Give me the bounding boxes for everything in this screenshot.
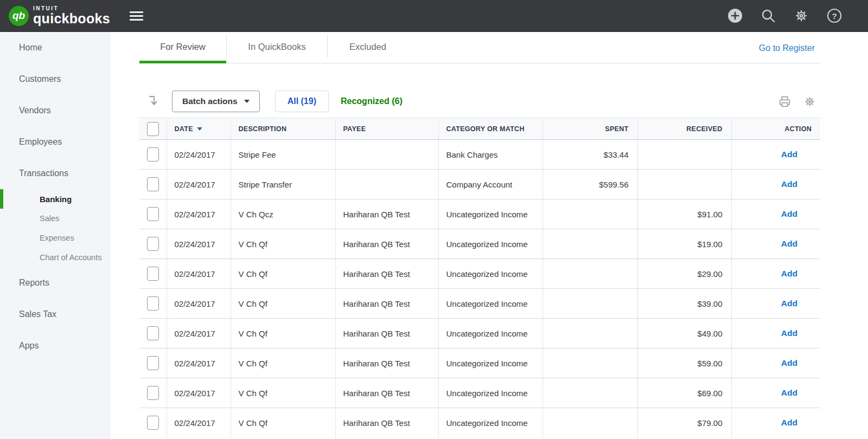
cell-category: Bank Charges bbox=[438, 140, 542, 170]
transactions-table: DATEDESCRIPTIONPAYEECATEGORY OR MATCHSPE… bbox=[139, 118, 820, 438]
row-checkbox[interactable] bbox=[147, 177, 159, 191]
cell-checkbox bbox=[139, 378, 167, 408]
column-label-date: DATE bbox=[175, 125, 193, 133]
transaction-row[interactable]: 02/24/2017Stripe TransferCompany Account… bbox=[139, 170, 820, 199]
sidebar-item-transactions[interactable]: Transactions bbox=[0, 158, 110, 189]
transaction-row[interactable]: 02/24/2017Stripe FeeBank Charges$33.44Ad… bbox=[139, 140, 820, 170]
quickbooks-logo[interactable]: qb INTUIT quickbooks bbox=[9, 6, 110, 26]
sidebar-item-reports[interactable]: Reports bbox=[0, 267, 110, 299]
cell-date: 02/24/2017 bbox=[167, 199, 231, 229]
sidebar-item-expenses[interactable]: Expenses bbox=[0, 228, 110, 248]
print-icon[interactable] bbox=[778, 95, 792, 108]
filter-recognized-button[interactable]: Recognized (6) bbox=[341, 96, 403, 106]
cell-received: $49.00 bbox=[637, 319, 731, 348]
sidebar-item-banking[interactable]: Banking bbox=[0, 189, 110, 209]
cell-checkbox bbox=[139, 259, 167, 289]
cell-received: $29.00 bbox=[637, 259, 731, 289]
transaction-row[interactable]: 02/24/2017V Ch QfHariharan QB TestUncate… bbox=[139, 408, 820, 438]
cell-payee: Hariharan QB Test bbox=[335, 229, 438, 259]
cell-received: $39.00 bbox=[637, 289, 731, 319]
add-button[interactable]: Add bbox=[781, 358, 797, 367]
add-button[interactable]: Add bbox=[781, 239, 797, 248]
sidebar-item-home[interactable]: Home bbox=[0, 32, 110, 63]
plus-icon[interactable] bbox=[727, 8, 743, 23]
transaction-row[interactable]: 02/24/2017V Ch QczHariharan QB TestUncat… bbox=[139, 199, 820, 229]
cell-action: Add bbox=[731, 140, 820, 170]
cell-received bbox=[637, 140, 731, 170]
sidebar-item-sales[interactable]: Sales bbox=[0, 209, 110, 228]
cell-received: $19.00 bbox=[637, 229, 731, 259]
column-header-description[interactable]: DESCRIPTION bbox=[231, 118, 335, 140]
column-header-payee[interactable]: PAYEE bbox=[335, 118, 438, 140]
add-button[interactable]: Add bbox=[781, 150, 797, 159]
cell-payee: Hariharan QB Test bbox=[335, 408, 438, 438]
cell-description: V Ch Qf bbox=[231, 229, 335, 259]
cell-description: V Ch Qf bbox=[231, 319, 335, 348]
sort-descending-icon[interactable] bbox=[197, 127, 202, 131]
transaction-row[interactable]: 02/24/2017V Ch QfHariharan QB TestUncate… bbox=[139, 229, 820, 259]
active-tab-indicator bbox=[139, 61, 226, 63]
column-header-received[interactable]: RECEIVED bbox=[637, 118, 731, 140]
filter-all-button[interactable]: All (19) bbox=[275, 91, 329, 112]
batch-actions-button[interactable]: Batch actions bbox=[172, 91, 260, 112]
row-checkbox[interactable] bbox=[147, 386, 159, 400]
add-button[interactable]: Add bbox=[781, 269, 797, 278]
cell-checkbox bbox=[139, 319, 167, 348]
cell-payee: Hariharan QB Test bbox=[335, 319, 438, 348]
cell-checkbox bbox=[139, 140, 167, 170]
sidebar-item-employees[interactable]: Employees bbox=[0, 126, 110, 158]
row-checkbox[interactable] bbox=[147, 207, 159, 221]
help-icon[interactable]: ? bbox=[827, 8, 842, 23]
row-checkbox[interactable] bbox=[147, 267, 159, 281]
cell-spent bbox=[542, 289, 637, 319]
sidebar: HomeCustomersVendorsEmployeesTransaction… bbox=[0, 32, 110, 439]
gear-icon[interactable] bbox=[794, 8, 809, 23]
hamburger-icon[interactable] bbox=[127, 7, 145, 25]
sidebar-item-chart-of-accounts[interactable]: Chart of Accounts bbox=[0, 248, 110, 267]
row-checkbox[interactable] bbox=[147, 237, 159, 251]
cell-spent bbox=[542, 408, 637, 438]
table-settings-icon[interactable] bbox=[803, 95, 816, 108]
row-checkbox[interactable] bbox=[147, 147, 159, 162]
transaction-row[interactable]: 02/24/2017V Ch QfHariharan QB TestUncate… bbox=[139, 259, 820, 289]
tab-for-review[interactable]: For Review bbox=[139, 36, 226, 57]
add-button[interactable]: Add bbox=[781, 328, 797, 338]
sidebar-item-sales-tax[interactable]: Sales Tax bbox=[0, 299, 110, 330]
row-checkbox[interactable] bbox=[147, 416, 159, 430]
cell-description: V Ch Qf bbox=[231, 348, 335, 378]
sidebar-item-customers[interactable]: Customers bbox=[0, 63, 110, 95]
column-header-action[interactable]: ACTION bbox=[731, 118, 820, 140]
tab-in-quickbooks[interactable]: In QuickBooks bbox=[226, 36, 327, 57]
sidebar-item-apps[interactable]: Apps bbox=[0, 330, 110, 361]
column-header-date[interactable]: DATE bbox=[167, 118, 231, 140]
cell-received: $79.00 bbox=[637, 408, 731, 438]
add-button[interactable]: Add bbox=[781, 418, 797, 427]
transaction-row[interactable]: 02/24/2017V Ch QfHariharan QB TestUncate… bbox=[139, 289, 820, 319]
cell-description: Stripe Fee bbox=[231, 140, 335, 170]
row-checkbox[interactable] bbox=[147, 356, 159, 370]
cell-date: 02/24/2017 bbox=[167, 140, 231, 170]
add-button[interactable]: Add bbox=[781, 299, 797, 308]
add-button[interactable]: Add bbox=[781, 209, 797, 218]
select-all-checkbox[interactable] bbox=[147, 122, 159, 136]
transaction-row[interactable]: 02/24/2017V Ch QfHariharan QB TestUncate… bbox=[139, 378, 820, 408]
cell-payee bbox=[335, 140, 438, 170]
cell-date: 02/24/2017 bbox=[167, 289, 231, 319]
add-button[interactable]: Add bbox=[781, 179, 797, 189]
column-header-category[interactable]: CATEGORY OR MATCH bbox=[438, 118, 542, 140]
transaction-row[interactable]: 02/24/2017V Ch QfHariharan QB TestUncate… bbox=[139, 319, 820, 348]
batch-actions-label: Batch actions bbox=[182, 96, 238, 106]
add-button[interactable]: Add bbox=[781, 388, 797, 397]
cell-payee: Hariharan QB Test bbox=[335, 378, 438, 408]
quickbooks-wordmark: INTUIT quickbooks bbox=[33, 6, 110, 25]
row-checkbox[interactable] bbox=[147, 326, 159, 340]
column-header-checkbox[interactable] bbox=[139, 118, 167, 140]
tab-excluded[interactable]: Excluded bbox=[327, 36, 408, 57]
search-icon[interactable] bbox=[761, 8, 776, 23]
sidebar-item-vendors[interactable]: Vendors bbox=[0, 95, 110, 126]
column-header-spent[interactable]: SPENT bbox=[542, 118, 637, 140]
row-checkbox[interactable] bbox=[147, 296, 159, 311]
cell-date: 02/24/2017 bbox=[167, 319, 231, 348]
transaction-row[interactable]: 02/24/2017V Ch QfHariharan QB TestUncate… bbox=[139, 348, 820, 378]
go-to-register-link[interactable]: Go to Register bbox=[759, 43, 815, 53]
